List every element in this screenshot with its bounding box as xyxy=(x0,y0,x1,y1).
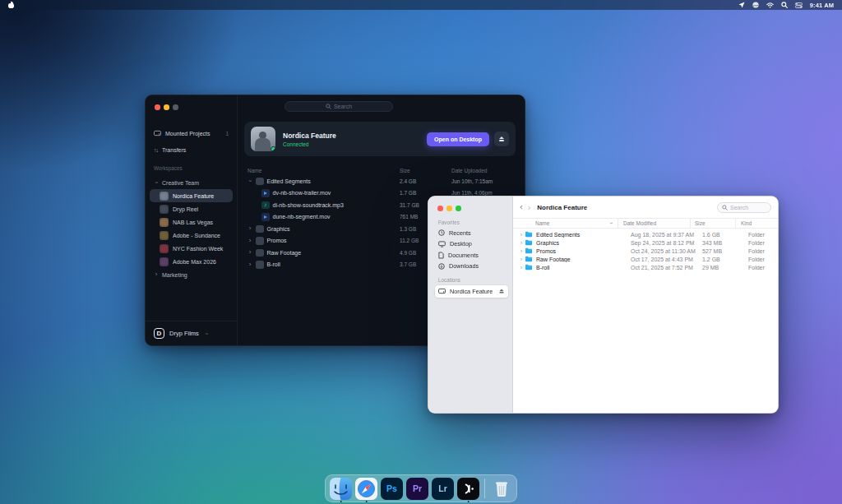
sidebar-item-downloads[interactable]: Downloads xyxy=(435,261,508,272)
chevron-right-icon: › xyxy=(154,271,159,278)
group-label: Creative Team xyxy=(162,180,199,186)
disclosure-chevron-icon[interactable]: › xyxy=(248,261,252,268)
workspace-item[interactable]: NAB Las Vegas xyxy=(150,215,233,229)
column-date-uploaded[interactable]: Date Uploaded xyxy=(451,168,517,173)
file-kind: Folder xyxy=(743,232,778,238)
workspace-item[interactable]: Dryp Reel xyxy=(150,202,233,215)
spotlight-search-icon[interactable] xyxy=(781,2,788,8)
drive-icon xyxy=(438,288,446,294)
column-size[interactable]: Size xyxy=(400,168,451,173)
play-icon xyxy=(264,215,267,219)
file-date-modified: Oct 21, 2025 at 7:52 PM xyxy=(626,265,698,270)
sidebar-item-recents[interactable]: Recents xyxy=(435,228,508,239)
online-status-dot xyxy=(271,146,275,151)
file-name: Graphics xyxy=(536,240,626,246)
column-date-modified[interactable]: Date Modified xyxy=(618,219,690,228)
dock-finder-icon[interactable] xyxy=(330,478,352,500)
folder-icon xyxy=(525,256,533,262)
dock-premiere-icon[interactable]: Pr xyxy=(406,478,428,500)
Graphics[interactable]: › Graphics Sep 24, 2025 at 8:12 PM 343 M… xyxy=(513,238,778,247)
column-name[interactable]: Name xyxy=(248,168,261,173)
group-marketing[interactable]: › Marketing xyxy=(150,268,233,281)
finder-toolbar: › › Nordica Feature Search xyxy=(513,197,778,218)
project-avatar xyxy=(251,127,275,151)
connection-status: Connected xyxy=(283,141,336,147)
file-thumbnail: ♪ xyxy=(256,261,264,269)
open-on-desktop-button[interactable]: Open on Desktop xyxy=(427,132,489,146)
folder-icon xyxy=(525,231,533,238)
dock-photoshop-icon[interactable]: Ps xyxy=(381,478,403,500)
file-thumbnail: ♪ xyxy=(256,237,264,245)
disclosure-chevron-icon[interactable]: › xyxy=(518,239,525,247)
finder-main-panel: › › Nordica Feature Search Name › Date M… xyxy=(513,197,778,413)
finder-search-field[interactable]: Search xyxy=(717,202,771,213)
workspace-item[interactable]: Adobe Max 2026 xyxy=(150,255,233,268)
sidebar-item-label: Desktop xyxy=(450,240,472,247)
disclosure-chevron-icon[interactable]: › xyxy=(518,264,525,271)
workspace-item[interactable]: NYC Fashion Week xyxy=(150,242,233,255)
apple-menu-icon[interactable] xyxy=(8,2,14,8)
eject-button[interactable] xyxy=(494,132,509,146)
file-name: Promos xyxy=(267,238,287,243)
dock-lightroom-icon[interactable]: Lr xyxy=(432,478,454,500)
column-size[interactable]: Size xyxy=(690,219,735,228)
document-icon xyxy=(438,252,444,259)
disclosure-chevron-icon[interactable]: › xyxy=(518,256,525,263)
minimize-button[interactable] xyxy=(446,206,452,211)
file-date-modified: Aug 18, 2025 at 9:37 AM xyxy=(626,232,698,238)
disclosure-chevron-icon[interactable]: › xyxy=(247,178,253,183)
search-icon xyxy=(722,205,728,210)
disclosure-chevron-icon[interactable]: › xyxy=(248,225,252,232)
sidebar-item-label: Nordica Feature xyxy=(450,288,493,295)
sidebar-item-documents[interactable]: Documents xyxy=(435,250,508,261)
dock-safari-icon[interactable] xyxy=(355,478,377,500)
Raw Footage[interactable]: › Raw Footage Oct 17, 2025 at 4:43 PM 1.… xyxy=(513,255,778,263)
running-indicator xyxy=(365,501,368,503)
sidebar-item-desktop[interactable]: Desktop xyxy=(435,238,508,250)
workspace-item[interactable]: Adobe - Sundance xyxy=(150,229,233,242)
file-size: 343 MB xyxy=(698,240,743,246)
table-header-row: Name Size Date Uploaded xyxy=(241,165,517,175)
B-roll[interactable]: › B-roll Oct 21, 2025 at 7:52 PM 29 MB F… xyxy=(513,263,778,271)
play-icon xyxy=(264,192,267,195)
menubar-clock[interactable]: 9:41 AM xyxy=(810,2,834,9)
paperplane-icon[interactable] xyxy=(738,2,745,8)
eject-icon[interactable] xyxy=(499,289,505,294)
back-button[interactable]: › xyxy=(520,203,523,212)
file-name: Edited Segments xyxy=(267,178,311,184)
file-name: Edited Segments xyxy=(536,232,626,238)
sidebar-item-transfers[interactable]: ↑↓ Transfers xyxy=(150,141,233,158)
Edited Segments[interactable]: › ♪ Edited Segments 2.4 GB Jun 10th, 7:1… xyxy=(241,175,517,187)
disclosure-chevron-icon[interactable]: › xyxy=(518,247,525,255)
workspace-label: NAB Las Vegas xyxy=(173,220,213,225)
account-switcher[interactable]: D Dryp Films › xyxy=(146,321,237,345)
file-date-modified: Oct 17, 2025 at 4:43 PM xyxy=(626,257,698,262)
workspace-thumbnail xyxy=(160,192,169,201)
Edited Segments[interactable]: › Edited Segments Aug 18, 2025 at 9:37 A… xyxy=(513,230,778,238)
sidebar-item-mounted-projects[interactable]: Mounted Projects 1 xyxy=(150,125,233,141)
disclosure-chevron-icon[interactable]: › xyxy=(248,238,252,244)
forward-button[interactable]: › xyxy=(528,203,531,212)
zoom-button[interactable] xyxy=(456,206,461,211)
running-indicator xyxy=(467,501,470,503)
column-name[interactable]: Name › xyxy=(513,220,618,226)
sidebar-item-nordica-feature[interactable]: Nordica Feature xyxy=(435,285,508,298)
disclosure-chevron-icon[interactable]: › xyxy=(518,231,525,238)
control-center-icon[interactable] xyxy=(795,2,803,8)
music-note-icon: ♪ xyxy=(264,202,266,208)
group-creative-team[interactable]: › Creative Team xyxy=(150,176,233,189)
wifi-icon[interactable] xyxy=(766,2,774,8)
Promos[interactable]: › Promos Oct 24, 2025 at 11:30 AM 527 MB… xyxy=(513,247,778,255)
globe-status-icon[interactable] xyxy=(752,2,759,8)
file-date-modified: Oct 24, 2025 at 11:30 AM xyxy=(626,248,698,254)
dock-trash-icon[interactable] xyxy=(490,478,512,500)
workspace-thumbnail xyxy=(160,205,169,214)
dryp-films-logo: D xyxy=(154,328,164,339)
dock-dryp-icon[interactable] xyxy=(457,478,479,500)
file-name: dune-nb-segment.mov xyxy=(273,214,331,220)
disclosure-chevron-icon[interactable]: › xyxy=(248,249,252,256)
column-kind[interactable]: Kind xyxy=(735,219,778,228)
close-button[interactable] xyxy=(437,206,443,211)
chevron-down-icon: › xyxy=(203,331,210,336)
workspace-item[interactable]: Nordica Feature xyxy=(150,189,233,202)
